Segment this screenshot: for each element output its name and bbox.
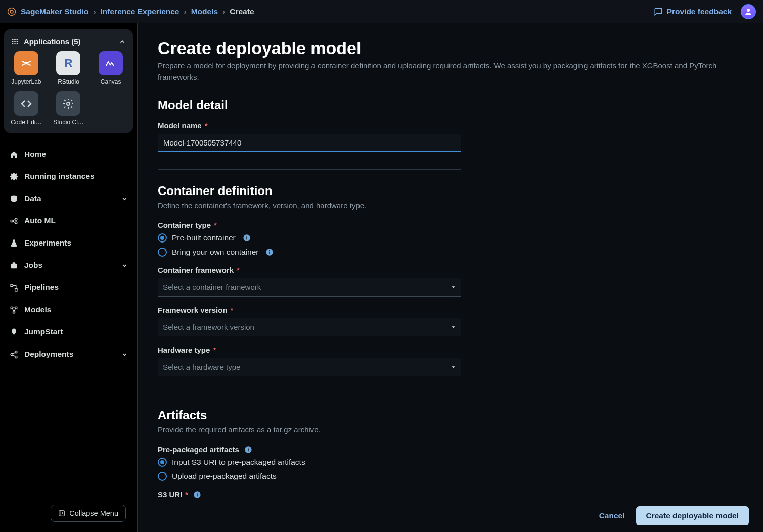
apps-grid-icon <box>11 38 19 45</box>
app-label: JupyterLab <box>10 78 42 85</box>
nav-home[interactable]: Home <box>4 143 133 165</box>
svg-rect-42 <box>197 494 198 496</box>
app-rstudio[interactable]: R RStudio <box>53 51 85 85</box>
divider <box>158 169 461 170</box>
nav-pipelines[interactable]: Pipelines <box>4 276 133 299</box>
nav-jobs[interactable]: Jobs <box>4 254 133 276</box>
svg-rect-39 <box>248 449 248 451</box>
container-framework-select[interactable]: Select a container framework <box>158 278 461 297</box>
svg-point-5 <box>17 39 18 40</box>
main-content: Create deployable model Prepare a model … <box>138 23 763 532</box>
page-title: Create deployable model <box>158 38 743 58</box>
select-placeholder: Select a container framework <box>163 283 261 292</box>
info-icon[interactable] <box>244 446 252 454</box>
svg-point-25 <box>11 353 13 355</box>
divider <box>158 394 461 394</box>
model-name-input[interactable] <box>158 134 461 152</box>
framework-version-label: Framework version <box>158 306 228 314</box>
page-subtitle: Prepare a model for deployment by provid… <box>158 60 743 83</box>
container-type-label: Container type <box>158 221 211 229</box>
svg-marker-35 <box>452 286 455 288</box>
provide-feedback-link[interactable]: Provide feedback <box>654 7 732 16</box>
topbar: SageMaker Studio › Inference Experience … <box>0 0 763 23</box>
sidebar-nav: Home Running instances Data Auto ML Expe… <box>4 143 133 365</box>
home-icon <box>9 150 18 159</box>
nav-label: Deployments <box>24 350 73 359</box>
nav-models[interactable]: Models <box>4 299 133 321</box>
section-artifacts: Artifacts <box>158 408 743 422</box>
database-icon <box>9 195 18 203</box>
app-canvas[interactable]: Canvas <box>95 51 127 85</box>
radio-label: Bring your own container <box>172 248 258 257</box>
radio-input-s3-uri[interactable]: Input S3 URI to pre-packaged artifacts <box>158 458 743 467</box>
info-icon[interactable] <box>243 234 251 242</box>
nav-label: Pipelines <box>24 283 59 292</box>
svg-rect-20 <box>15 288 17 291</box>
create-deployable-model-button[interactable]: Create deployable model <box>636 506 749 525</box>
svg-point-8 <box>17 41 18 42</box>
radio-byoc[interactable]: Bring your own container <box>158 248 743 257</box>
svg-point-1 <box>10 10 13 13</box>
model-name-label: Model name <box>158 121 202 130</box>
chevron-down-icon <box>121 351 128 358</box>
feedback-label: Provide feedback <box>667 7 732 16</box>
user-avatar[interactable] <box>741 4 756 19</box>
required-icon: * <box>237 266 240 274</box>
chevron-up-icon[interactable] <box>119 38 126 45</box>
nav-experiments[interactable]: Experiments <box>4 232 133 254</box>
app-studio-classic[interactable]: Studio Cl… <box>53 91 85 126</box>
radio-icon <box>158 472 167 481</box>
nav-jumpstart[interactable]: JumpStart <box>4 321 133 343</box>
nav-label: JumpStart <box>24 327 63 336</box>
breadcrumb-current: Create <box>230 7 254 16</box>
breadcrumb-root[interactable]: SageMaker Studio <box>21 7 88 16</box>
radio-prebuilt-container[interactable]: Pre-built container <box>158 233 743 243</box>
svg-point-9 <box>12 43 14 45</box>
framework-version-select[interactable]: Select a framework version <box>158 318 461 336</box>
breadcrumb-inference[interactable]: Inference Experience <box>101 7 179 16</box>
hardware-type-label: Hardware type <box>158 346 210 354</box>
gear-icon <box>9 172 18 181</box>
svg-rect-19 <box>11 284 13 286</box>
breadcrumb-models[interactable]: Models <box>191 7 218 16</box>
radio-label: Upload pre-packaged artifacts <box>172 472 277 481</box>
flask-icon <box>9 239 18 248</box>
radio-label: Input S3 URI to pre-packaged artifacts <box>172 458 305 467</box>
radio-label: Pre-built container <box>172 233 236 243</box>
artifacts-subtitle: Provide the required artifacts as a tar.… <box>158 425 743 434</box>
info-icon[interactable] <box>193 491 201 499</box>
nav-label: Models <box>24 305 51 314</box>
svg-point-40 <box>248 447 249 448</box>
info-icon[interactable] <box>265 248 274 256</box>
svg-point-26 <box>15 356 17 358</box>
app-code-editor[interactable]: Code Edi… <box>10 91 42 126</box>
select-placeholder: Select a hardware type <box>163 363 240 371</box>
svg-point-11 <box>17 43 18 45</box>
code-editor-icon <box>14 91 38 116</box>
nav-deployments[interactable]: Deployments <box>4 343 133 365</box>
radio-upload-artifacts[interactable]: Upload pre-packaged artifacts <box>158 472 743 481</box>
chevron-right-icon: › <box>222 7 225 16</box>
section-container-definition: Container definition <box>158 184 743 198</box>
svg-rect-30 <box>246 237 247 240</box>
applications-panel: Applications (5) JupyterLab R RStudio <box>4 29 133 133</box>
sagemaker-logo-icon <box>7 7 16 16</box>
collapse-icon <box>58 510 65 517</box>
chevron-right-icon: › <box>184 7 187 16</box>
nav-automl[interactable]: Auto ML <box>4 210 133 232</box>
app-label: Code Edi… <box>10 119 42 126</box>
cancel-button[interactable]: Cancel <box>599 511 625 520</box>
nav-data[interactable]: Data <box>4 187 133 210</box>
svg-rect-18 <box>11 263 17 268</box>
applications-header: Applications (5) <box>24 37 81 46</box>
app-jupyterlab[interactable]: JupyterLab <box>10 51 42 85</box>
svg-point-15 <box>11 220 13 222</box>
collapse-menu-button[interactable]: Collapse Menu <box>51 505 126 522</box>
nav-running-instances[interactable]: Running instances <box>4 165 133 187</box>
collapse-label: Collapse Menu <box>69 509 118 517</box>
main-scroll[interactable]: Create deployable model Prepare a model … <box>138 23 763 532</box>
caret-down-icon <box>451 284 456 290</box>
hardware-type-select[interactable]: Select a hardware type <box>158 358 461 376</box>
radio-icon <box>158 233 167 243</box>
svg-point-23 <box>13 311 15 313</box>
